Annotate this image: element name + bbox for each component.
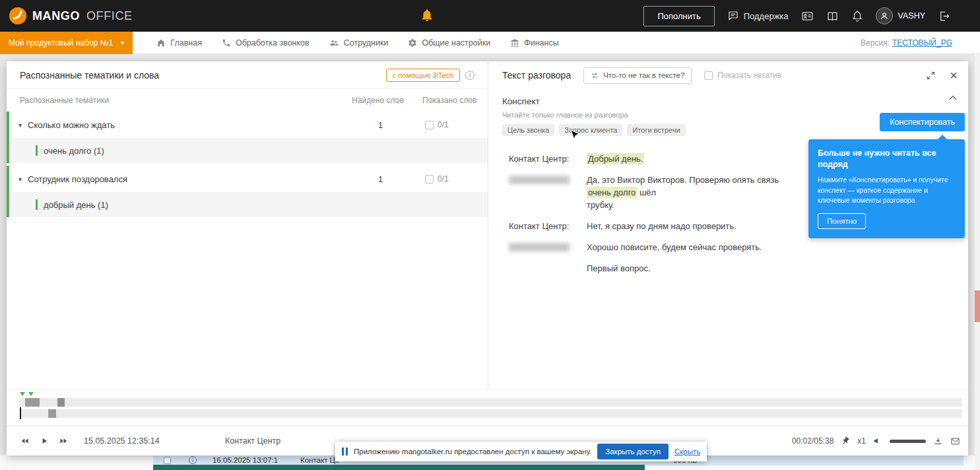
chevron-up-icon[interactable] [948, 94, 958, 101]
brand-logo[interactable]: MANGO OFFICE [9, 7, 133, 24]
negative-checkbox[interactable] [704, 71, 713, 80]
keyword-row[interactable]: очень долго (1) [7, 138, 488, 163]
highlighted-phrase: очень долго [587, 187, 637, 198]
summary-tag: Цель звонка [502, 124, 554, 136]
show-words-checkbox[interactable] [425, 175, 434, 184]
topup-button[interactable]: Пополнить [643, 6, 714, 26]
volume-slider[interactable] [890, 440, 926, 443]
play-button[interactable] [40, 436, 49, 446]
download-icon[interactable] [933, 436, 943, 446]
record-channel: Контакт Центр [225, 436, 280, 446]
tooltip-title: Больше не нужно читать все подряд [818, 148, 956, 170]
logout-icon[interactable] [938, 10, 950, 22]
swap-arrows-icon [591, 71, 599, 80]
keyword-label: добрый день (1) [44, 200, 108, 210]
shown-count: 0/1 [438, 120, 449, 129]
call-details-modal: Распознанные тематики и слова с помощью … [7, 61, 968, 455]
rewind-button[interactable] [20, 436, 30, 446]
waveform-track-1[interactable] [20, 398, 962, 407]
nav-item-finance[interactable]: Финансы [510, 38, 558, 48]
transcript-message: Контакт Центр: Добрый день. [509, 152, 797, 165]
show-negative-toggle[interactable]: Показать негатив [704, 71, 781, 80]
found-count: 1 [343, 174, 418, 184]
row-checkbox[interactable] [164, 457, 171, 464]
knowledge-book-icon[interactable] [826, 10, 839, 22]
waveform-area [7, 389, 968, 426]
version-info: Версия:ТЕСТОВЫЙ_PG [861, 38, 952, 48]
column-found-words: Найдено слов [340, 96, 416, 105]
keyword-marker [36, 145, 38, 156]
hide-link[interactable]: Скрыть [674, 448, 700, 455]
row-channel: Контакт Це [300, 456, 340, 464]
info-icon[interactable]: i [465, 71, 474, 80]
report-text-issue-button[interactable]: Что-то не так в тексте? [583, 67, 692, 84]
email-icon[interactable] [950, 436, 960, 446]
transcript-message: Контакт Центр: Нет, я сразу по дням надо… [509, 220, 797, 232]
summary-section: Конспект Читайте только главное из разго… [489, 89, 968, 136]
nav-item-settings[interactable]: Общие настройки [408, 38, 490, 48]
highlighted-phrase: Добрый день. [587, 153, 644, 164]
home-icon [156, 38, 166, 48]
redacted-speaker [509, 176, 570, 184]
topics-panel-title: Распознанные тематики и слова [20, 70, 159, 81]
topbar: MANGO OFFICE Пополнить Поддержка VASHY [0, 0, 980, 32]
topics-table-header: Распознанные тематики Найдено слов Показ… [7, 89, 488, 112]
topic-row[interactable]: ▾ Сколько можно ждать 1 0/1 [7, 112, 488, 138]
support-label: Поддержка [744, 11, 789, 21]
scrollbar-thumb[interactable] [975, 290, 980, 322]
screen-share-notice: Приложению mangotalker.ru предоставлен д… [335, 442, 707, 461]
product-set-selector[interactable]: Мой продуктовый набор №1 ▾ [0, 32, 133, 54]
version-link[interactable]: ТЕСТОВЫЙ_PG [892, 38, 952, 48]
collapse-caret-icon[interactable]: ▾ [18, 176, 22, 183]
support-button[interactable]: Поддержка [727, 10, 789, 22]
playhead-cursor[interactable] [20, 407, 21, 419]
transcript-message: Да, это Виктор Викторов. Проверяю опять … [509, 174, 797, 211]
collapse-caret-icon[interactable]: ▾ [18, 121, 22, 129]
3itech-badge: с помощью 3iTech [386, 69, 460, 82]
nav-item-employees[interactable]: Сотрудники [329, 38, 389, 48]
contacts-card-icon[interactable] [801, 10, 814, 22]
row-info-icon[interactable]: i [189, 456, 197, 464]
pin-icon[interactable] [839, 434, 852, 447]
topic-name: Сотрудник поздоровался [28, 174, 127, 184]
playback-time: 00:02/05:38 [792, 436, 833, 446]
volume-icon[interactable] [873, 436, 882, 446]
close-access-button[interactable]: Закрыть доступ [597, 444, 669, 459]
summary-title: Конспект [502, 96, 540, 106]
topics-panel: Распознанные тематики и слова с помощью … [7, 61, 488, 389]
version-label: Версия: [861, 38, 890, 48]
scrollbar-track[interactable] [975, 54, 980, 470]
column-topics: Распознанные тематики [20, 96, 109, 105]
row-date: 16.05.2025 13:07:1 [212, 456, 278, 464]
summarize-button[interactable]: Конспектировать [880, 113, 965, 131]
close-icon[interactable]: × [950, 69, 958, 82]
topic-row[interactable]: ▾ Сотрудник поздоровался 1 0/1 [7, 166, 488, 192]
playback-speed[interactable]: x1 [857, 436, 866, 446]
expand-icon[interactable] [926, 71, 936, 81]
waveform-track-2[interactable] [20, 409, 962, 418]
brand-suffix: OFFICE [86, 9, 133, 23]
nav-item-home[interactable]: Главная [156, 38, 202, 48]
keyword-row[interactable]: добрый день (1) [7, 192, 488, 217]
nav-item-label: Обработка звонков [236, 38, 310, 48]
summary-tag: Запрос клиента [559, 124, 622, 136]
show-words-checkbox[interactable] [425, 121, 434, 129]
alerts-bell-icon[interactable] [851, 10, 863, 22]
keyword-marker [36, 199, 38, 210]
summary-tooltip: Больше не нужно читать все подряд Нажмит… [808, 139, 965, 238]
transcript-panel: Текст разговора Что-то не так в тексте? … [489, 61, 968, 389]
fast-forward-button[interactable] [58, 436, 69, 446]
topic-group: ▾ Сотрудник поздоровался 1 0/1 добрый де… [7, 166, 488, 217]
notification-bell-icon[interactable] [420, 7, 434, 23]
topic-name: Сколько можно ждать [28, 120, 115, 130]
speaker-label: Контакт Центр: [509, 152, 587, 165]
brand-name: MANGO [32, 9, 80, 23]
summary-tag: Итоги встречи [627, 124, 685, 136]
tooltip-ok-button[interactable]: Понятно [818, 213, 866, 229]
nav-item-calls[interactable]: Обработка звонков [222, 38, 310, 48]
keyword-label: очень долго (1) [44, 146, 104, 156]
user-menu[interactable]: VASHY [876, 7, 925, 24]
waveform-markers [20, 392, 34, 396]
mango-logo-icon [9, 7, 26, 24]
nav-item-label: Сотрудники [344, 38, 389, 48]
